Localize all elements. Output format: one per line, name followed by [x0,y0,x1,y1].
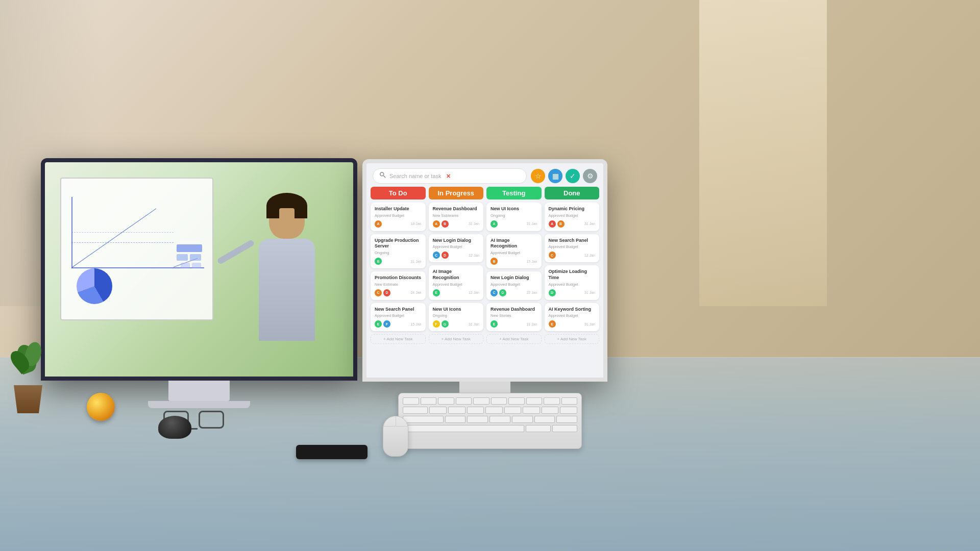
key [526,397,543,405]
card-optimize-loading[interactable]: Optimize Loading Time Approved Budget D … [545,265,600,299]
card-ai-image-testing[interactable]: AI Image Recognition Approved Budget B 1… [486,234,542,268]
card-revenue-testing[interactable]: Revenue Dashboard New Stories E 31 Jan [486,303,542,332]
card-meta: C D 22 Jan [433,252,480,259]
search-icon [379,171,386,181]
key [485,407,503,414]
left-monitor-body: 🔊 🎤 👤 🖥 📷 [41,158,357,381]
toolbar-grid-button[interactable]: ▦ [548,169,562,183]
key-row-1 [403,397,577,405]
rubber-band-ball [87,393,115,421]
card-new-ui-icons-ip[interactable]: New UI Icons Ongoing F G 31 Jan [429,303,484,332]
card-subtitle: New Stories [491,313,537,318]
avatar: G [442,320,449,328]
card-ai-image-inprogress[interactable]: AI Image Recognition Approved Budget E 1… [429,265,484,299]
toolbar-gear-button[interactable]: ⚙ [583,169,597,183]
presenter [236,198,338,377]
left-monitor-stand [168,381,230,401]
card-subtitle: New Estimate [375,282,422,287]
card-meta: A 18 Jan [375,220,422,228]
card-upgrade-server[interactable]: Upgrade Production Server Ongoing B 31 J… [371,234,426,268]
key [445,416,466,423]
card-avatars: F G [433,320,449,328]
add-task-inprogress[interactable]: + Add New Task [429,334,484,344]
avatar: D [442,252,449,259]
card-meta: D 31 Jan [549,289,596,296]
column-header-todo: To Do [371,187,426,199]
avatar: B [442,220,449,228]
card-avatars: C D [491,289,506,296]
card-new-ui-testing[interactable]: New UI Icons Ongoing A 31 Jan [486,203,542,231]
right-monitor-screen: Search name or task × ☆ ▦ ✓ ⚙ To Do [366,163,603,378]
card-subtitle: Ongoing [491,213,537,218]
add-task-testing[interactable]: + Add New Task [486,334,542,344]
black-dome-object [158,416,191,439]
card-subtitle: Approved Budget [433,282,480,287]
toolbar-check-button[interactable]: ✓ [566,169,580,183]
key [544,397,560,405]
card-promotion-discounts[interactable]: Promotion Discounts New Estimate C D 24 … [371,271,426,300]
card-title: AI Keyword Sorting [549,307,596,313]
card-new-login-dialog[interactable]: New Login Dialog Approved Budget C D 22 … [429,234,484,263]
avatar: F [433,320,440,328]
avatar: D [549,289,556,296]
card-date: 15 Jan [410,322,421,326]
card-title: New Search Panel [549,238,596,244]
avatar: A [375,220,382,228]
card-title: Promotion Discounts [375,275,422,281]
add-task-todo[interactable]: + Add New Task [371,334,426,344]
card-date: 31 Jan [469,322,479,326]
card-title: New UI Icons [433,307,480,313]
kanban-columns: Installer Update Approved Budget A 18 Ja… [366,203,603,378]
card-date: 15 Jan [526,260,537,263]
keyboard[interactable] [398,393,582,449]
card-title: AI Image Recognition [433,269,480,281]
card-avatars: C D [433,252,449,259]
card-title: Revenue Dashboard [433,206,480,212]
keyboard-keys [399,393,581,436]
card-installer-update[interactable]: Installer Update Approved Budget A 18 Ja… [371,203,426,231]
search-input-wrapper[interactable]: Search name or task × [373,168,527,184]
card-avatars: C [549,252,556,259]
avatar: D [383,289,390,296]
card-meta: A B 31 Jan [549,220,596,228]
card-avatars: A [375,220,382,228]
card-subtitle: Approved Budget [375,313,422,318]
key [504,407,522,414]
card-revenue-dashboard[interactable]: Revenue Dashboard New Subteams A B 31 Ja… [429,203,484,231]
key [560,407,577,414]
kanban-search-bar: Search name or task × ☆ ▦ ✓ ⚙ [366,163,603,187]
search-placeholder: Search name or task [389,173,442,179]
key [438,397,454,405]
phone [296,445,368,459]
key [456,397,472,405]
avatar: F [383,320,390,328]
mouse [383,416,408,457]
key-row-3 [403,416,577,423]
card-login-testing[interactable]: New Login Dialog Approved Budget C D 22 … [486,271,542,300]
card-title: New UI Icons [491,206,537,212]
card-avatars: E [549,320,556,328]
chart-drawing [66,184,207,314]
card-avatars: D [549,289,556,296]
column-header-testing: Testing [486,187,542,199]
card-subtitle: Approved Budget [375,213,422,218]
card-dynamic-pricing[interactable]: Dynamic Pricing Approved Budget A B 31 J… [545,203,600,231]
card-avatars: B [375,258,382,265]
avatar: A [549,220,556,228]
card-date: 31 Jan [410,260,421,263]
card-title: Optimize Loading Time [549,269,596,281]
card-date: 31 Jan [526,222,537,226]
add-task-done[interactable]: + Add New Task [545,334,600,344]
avatar: C [433,252,440,259]
card-ai-keyword-sorting[interactable]: AI Keyword Sorting Approved Budget E 31 … [545,303,600,332]
avatar: C [491,289,498,296]
key-row-4 [403,425,577,432]
monitors-container: 🔊 🎤 👤 🖥 📷 [41,158,607,408]
right-monitor: Search name or task × ☆ ▦ ✓ ⚙ To Do [362,159,607,408]
card-new-search-done[interactable]: New Search Panel Approved Budget C 12 Ja… [545,234,600,263]
card-title: New Login Dialog [433,238,480,244]
toolbar-star-button[interactable]: ☆ [531,169,545,183]
key [491,397,507,405]
card-new-search-panel-todo[interactable]: New Search Panel Approved Budget E F 15 … [371,303,426,332]
search-clear-button[interactable]: × [447,172,451,180]
